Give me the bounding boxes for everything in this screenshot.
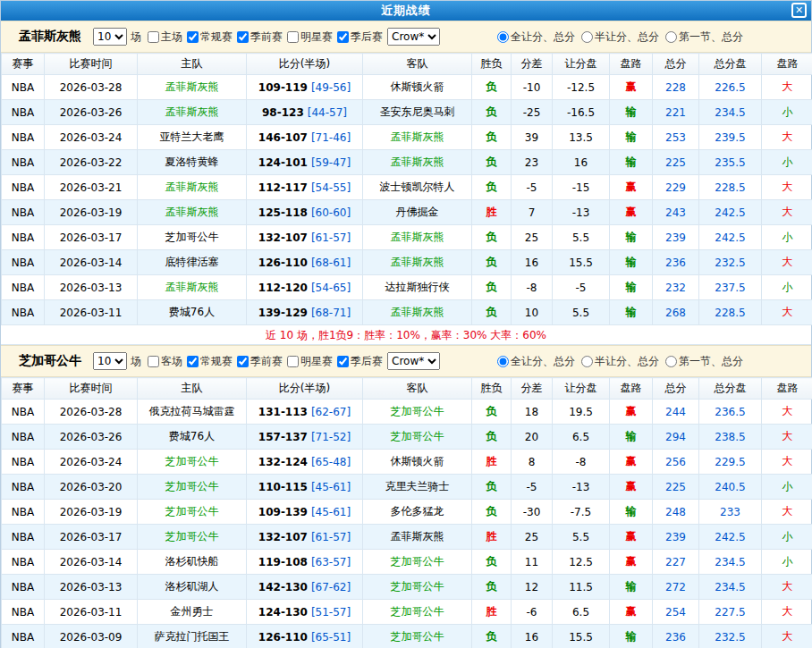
checkbox-input[interactable] xyxy=(287,356,299,367)
total-line-cell: 242.5 xyxy=(699,200,762,225)
handicap-result-cell: 赢 xyxy=(610,175,653,200)
diff-cell: 20 xyxy=(512,425,553,450)
half-score: [54-55] xyxy=(311,181,351,194)
table-body: NBA2026-03-28俄克拉荷马城雷霆131-113[62-67]芝加哥公牛… xyxy=(2,400,812,648)
filter-checkbox: 明星赛 xyxy=(284,354,333,369)
half-score: [63-57] xyxy=(311,556,351,568)
full-score: 125-118 xyxy=(258,206,308,219)
total-cell: 272 xyxy=(653,575,699,600)
checkbox-input[interactable] xyxy=(237,31,249,43)
filter-radio: 半让分、总分 xyxy=(579,354,659,369)
filter-bar: 芝加哥公牛 10 场 客场常规赛季前赛明星赛季后赛 Crow* 全让分、总分半让… xyxy=(1,345,811,377)
radio-input[interactable] xyxy=(581,31,593,43)
diff-cell: 8 xyxy=(512,450,553,475)
radio-input[interactable] xyxy=(665,356,677,367)
odds-type-select[interactable]: Crow* xyxy=(387,352,440,370)
total-line-cell: 238.5 xyxy=(699,425,762,450)
handicap-cell: -12.5 xyxy=(553,75,610,100)
home-team-cell: 孟菲斯灰熊 xyxy=(138,175,247,200)
home-team-cell: 底特律活塞 xyxy=(138,250,247,275)
full-score: 132-124 xyxy=(258,456,308,468)
total-line-cell: 226.5 xyxy=(699,75,762,100)
column-header: 胜负 xyxy=(472,54,512,75)
home-team-cell: 费城76人 xyxy=(138,300,247,325)
odds-type-select[interactable]: Crow* xyxy=(387,28,440,46)
home-team-cell: 孟菲斯灰熊 xyxy=(138,100,247,125)
table-row: NBA2026-03-17芝加哥公牛132-107[61-57]孟菲斯灰熊负25… xyxy=(2,225,812,250)
column-header: 让分盘 xyxy=(553,54,610,75)
total-cell: 239 xyxy=(653,525,699,550)
date-cell: 2026-03-11 xyxy=(45,300,138,325)
column-header: 总分盘 xyxy=(699,54,762,75)
home-team-cell: 夏洛特黄蜂 xyxy=(138,150,247,175)
diff-cell: 16 xyxy=(512,250,553,275)
table-row: NBA2026-03-14洛杉矶快船119-108[63-57]芝加哥公牛负11… xyxy=(2,550,812,575)
team-name: 芝加哥公牛 xyxy=(19,353,81,369)
checkbox-input[interactable] xyxy=(148,356,159,367)
column-header: 赛事 xyxy=(2,54,45,75)
full-score: 131-113 xyxy=(258,406,308,418)
table-row: NBA2026-03-13孟菲斯灰熊112-120[54-65]达拉斯独行侠负-… xyxy=(2,275,812,300)
ou-cell: 大 xyxy=(762,300,812,325)
total-line-cell: 236.5 xyxy=(699,400,762,425)
ou-cell: 大 xyxy=(762,625,812,648)
ou-cell: 小 xyxy=(762,150,812,175)
checkbox-input[interactable] xyxy=(337,31,349,43)
checkbox-input[interactable] xyxy=(187,31,199,43)
handicap-cell: 5.5 xyxy=(553,300,610,325)
score-cell: 157-137[71-52] xyxy=(247,425,363,450)
total-line-cell: 232.5 xyxy=(699,625,762,648)
games-count-select[interactable]: 10 xyxy=(93,352,127,370)
total-cell: 236 xyxy=(653,625,699,648)
filter-checkbox: 主场 xyxy=(145,29,182,45)
radio-input[interactable] xyxy=(665,31,677,43)
ou-cell: 大 xyxy=(762,500,812,525)
handicap-result-cell: 赢 xyxy=(610,400,653,425)
ou-cell: 大 xyxy=(762,400,812,425)
checkbox-input[interactable] xyxy=(148,31,159,43)
handicap-cell: 5.5 xyxy=(553,225,610,250)
date-cell: 2026-03-14 xyxy=(45,250,138,275)
games-count-select[interactable]: 10 xyxy=(93,28,127,46)
filter-checkbox: 常规赛 xyxy=(184,354,233,369)
diff-cell: -10 xyxy=(512,75,553,100)
handicap-result-cell: 赢 xyxy=(610,525,653,550)
table-row: NBA2026-03-26费城76人157-137[71-52]芝加哥公牛负20… xyxy=(2,425,812,450)
total-cell: 225 xyxy=(653,475,699,500)
handicap-cell: 6.5 xyxy=(553,600,610,625)
radio-input[interactable] xyxy=(497,356,509,367)
handicap-result-cell: 赢 xyxy=(610,600,653,625)
diff-cell: -30 xyxy=(512,500,553,525)
close-icon[interactable]: ✕ xyxy=(791,3,807,18)
total-line-cell: 240.5 xyxy=(699,475,762,500)
checkbox-label: 季前赛 xyxy=(250,354,283,369)
radio-input[interactable] xyxy=(497,31,509,43)
home-team-cell: 洛杉矶快船 xyxy=(138,550,247,575)
games-suffix-label: 场 xyxy=(131,354,141,369)
handicap-result-cell: 赢 xyxy=(610,450,653,475)
league-cell: NBA xyxy=(2,150,45,175)
ou-cell: 大 xyxy=(762,575,812,600)
table-row: NBA2026-03-11金州勇士124-130[51-57]芝加哥公牛胜-66… xyxy=(2,600,812,625)
ou-cell: 大 xyxy=(762,250,812,275)
home-team-cell: 萨克拉门托国王 xyxy=(138,625,247,648)
checkbox-input[interactable] xyxy=(237,356,249,367)
summary-row: 近 10 场，胜1负9：胜率：10%，赢率：30% 大率：60% xyxy=(1,325,811,345)
total-cell: 236 xyxy=(653,250,699,275)
score-cell: 98-123[44-57] xyxy=(247,100,363,125)
total-cell: 294 xyxy=(653,425,699,450)
ou-cell: 大 xyxy=(762,450,812,475)
total-line-cell: 228.5 xyxy=(699,300,762,325)
checkbox-label: 主场 xyxy=(161,29,182,45)
checkbox-input[interactable] xyxy=(337,356,349,367)
radio-input[interactable] xyxy=(581,356,593,367)
half-score: [54-65] xyxy=(311,282,351,294)
total-cell: 254 xyxy=(653,600,699,625)
checkbox-input[interactable] xyxy=(187,356,199,367)
home-team-cell: 芝加哥公牛 xyxy=(138,450,247,475)
column-header: 主队 xyxy=(138,54,247,75)
filter-checkbox: 常规赛 xyxy=(184,29,233,45)
checkbox-input[interactable] xyxy=(287,31,299,43)
handicap-cell: -13 xyxy=(553,200,610,225)
away-team-cell: 芝加哥公牛 xyxy=(363,600,472,625)
